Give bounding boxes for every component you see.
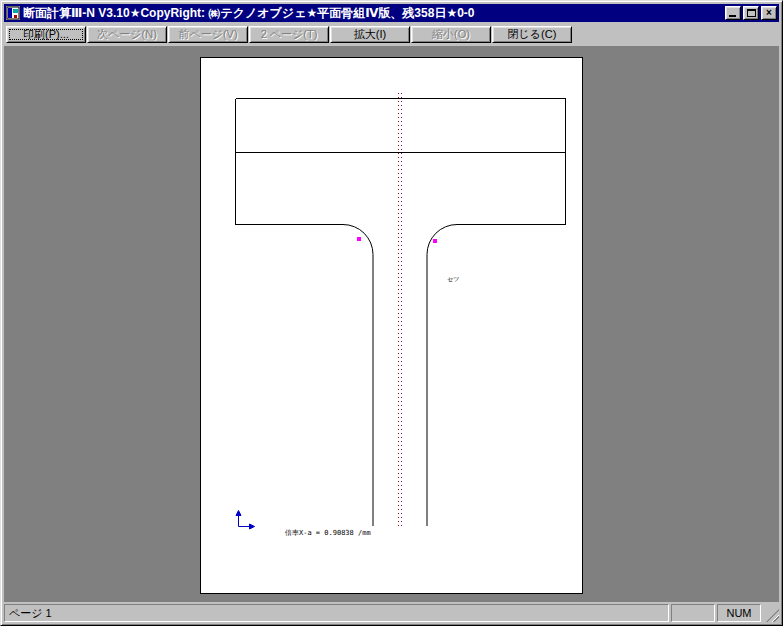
right-web-outline	[427, 225, 566, 527]
two-page-button[interactable]: 2 ページ(T)	[249, 26, 329, 43]
center-line	[399, 93, 402, 529]
node-marker-right	[433, 239, 437, 243]
next-page-button[interactable]: 次ページ(N)	[87, 26, 167, 43]
status-num-lock: NUM	[717, 604, 761, 622]
status-page-indicator: ページ 1	[4, 604, 669, 622]
preview-workspace[interactable]: セツ 倍率X-a = 0.90838 /mm	[4, 46, 779, 602]
minimize-icon	[729, 15, 736, 17]
status-panel-empty	[671, 604, 715, 622]
prev-page-button[interactable]: 前ページ(V)	[168, 26, 248, 43]
zoom-in-button[interactable]: 拡大(I)	[330, 26, 410, 43]
close-button[interactable]: ×	[761, 6, 777, 20]
maximize-button[interactable]	[743, 6, 759, 20]
status-bar: ページ 1 NUM	[4, 602, 779, 622]
close-preview-button[interactable]: 閉じる(C)	[492, 26, 572, 43]
toolbar: 印刷(P)... 次ページ(N) 前ページ(V) 2 ページ(T) 拡大(I) …	[4, 22, 779, 46]
resize-grip-zone	[763, 604, 779, 622]
section-annotation: セツ	[447, 276, 459, 282]
preview-page: セツ 倍率X-a = 0.90838 /mm	[200, 57, 583, 594]
minimize-button[interactable]	[725, 6, 741, 20]
print-button[interactable]: 印刷(P)...	[6, 26, 86, 43]
section-drawing	[201, 58, 584, 595]
app-icon	[6, 6, 20, 20]
close-icon: ×	[766, 7, 772, 18]
left-web-outline	[236, 225, 374, 527]
node-marker-left	[357, 237, 361, 241]
window-title: 断面計算Ⅲ-N V3.10★CopyRight: ㈱テクノオブジェ★平面骨組Ⅳ版…	[23, 4, 725, 22]
maximize-icon	[747, 9, 756, 17]
zoom-out-button[interactable]: 縮小(O)	[411, 26, 491, 43]
title-bar[interactable]: 断面計算Ⅲ-N V3.10★CopyRight: ㈱テクノオブジェ★平面骨組Ⅳ版…	[4, 4, 779, 22]
scale-caption: 倍率X-a = 0.90838 /mm	[285, 529, 371, 537]
resize-grip[interactable]	[766, 609, 779, 622]
axis-origin-icon	[236, 511, 255, 530]
app-window: 断面計算Ⅲ-N V3.10★CopyRight: ㈱テクノオブジェ★平面骨組Ⅳ版…	[0, 0, 783, 626]
flange-outline	[236, 99, 566, 225]
